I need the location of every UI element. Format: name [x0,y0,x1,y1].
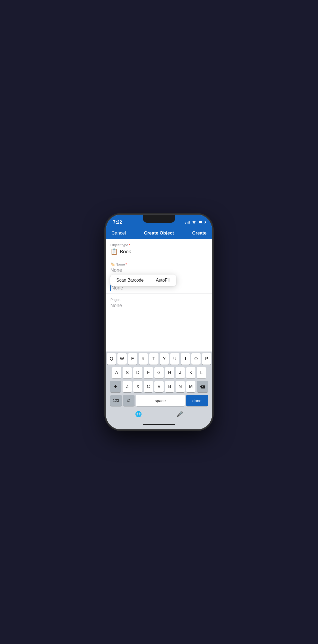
key-a[interactable]: A [112,367,121,378]
key-h[interactable]: H [165,367,174,378]
context-menu: Scan Barcode AutoFill [110,275,176,286]
key-o[interactable]: O [191,353,201,365]
key-d[interactable]: D [133,367,142,378]
keyboard-row-3: Z X C V B N M [107,381,211,392]
key-k[interactable]: K [186,367,195,378]
phone-frame: 7:22 Cancel Cr [106,215,212,429]
key-f[interactable]: F [144,367,153,378]
space-key[interactable]: space [136,395,185,406]
keyboard-row-1: Q W E R T Y U I O P [107,353,211,365]
status-time: 7:22 [113,220,122,225]
barcode-input[interactable]: None [110,285,208,291]
text-cursor [110,285,111,291]
phone-screen: 7:22 Cancel Cr [106,215,212,429]
keyboard: Q W E R T Y U I O P A S D F G H J K [106,352,212,429]
key-b[interactable]: B [165,381,174,392]
wifi-icon [192,220,196,224]
microphone-icon[interactable]: 🎤 [176,411,183,417]
done-key[interactable]: done [186,395,208,406]
object-type-section: Object type* 📋 Book [106,239,212,258]
pages-section[interactable]: Pages None [106,294,212,319]
key-s[interactable]: S [123,367,132,378]
key-t[interactable]: T [149,353,158,365]
key-l[interactable]: L [197,367,206,378]
key-z[interactable]: Z [123,381,132,392]
create-button[interactable]: Create [192,230,207,236]
key-u[interactable]: U [170,353,179,365]
pages-input[interactable]: None [110,303,208,309]
key-x[interactable]: X [133,381,142,392]
numbers-key[interactable]: 123 [110,395,122,406]
globe-icon[interactable]: 🌐 [135,411,142,417]
scan-barcode-button[interactable]: Scan Barcode [110,275,150,286]
pages-label: Pages [110,298,208,302]
key-r[interactable]: R [139,353,148,365]
object-type-label: Object type* [110,243,208,247]
form-area: Object type* 📋 Book 🏷️ Name* None Scan B… [106,239,212,352]
keyboard-row-2: A S D F G H J K L [107,367,211,378]
name-label: 🏷️ Name* [110,262,208,266]
key-c[interactable]: C [144,381,153,392]
autofill-button[interactable]: AutoFill [150,275,176,286]
key-w[interactable]: W [117,353,127,365]
keyboard-row-4: 123 ☺ space done [107,395,211,406]
delete-key[interactable] [197,381,208,392]
tag-icon: 🏷️ [110,262,115,266]
key-g[interactable]: G [154,367,164,378]
notch [143,215,175,223]
emoji-key[interactable]: ☺ [123,395,135,406]
book-icon: 📋 [110,248,118,255]
status-icons [185,220,205,224]
key-e[interactable]: E [128,353,137,365]
name-section[interactable]: 🏷️ Name* None [106,258,212,276]
name-input[interactable]: None [110,267,208,273]
key-v[interactable]: V [154,381,164,392]
cancel-button[interactable]: Cancel [111,230,126,236]
signal-icon [185,221,190,224]
key-y[interactable]: Y [160,353,169,365]
object-type-value[interactable]: 📋 Book [110,248,208,255]
home-bar [143,424,175,425]
key-j[interactable]: J [176,367,185,378]
bottom-bar: 🌐 🎤 [107,409,211,422]
key-i[interactable]: I [181,353,190,365]
home-indicator [107,422,211,428]
key-p[interactable]: P [202,353,211,365]
battery-icon [198,221,205,224]
page-title: Create Object [144,230,174,236]
key-q[interactable]: Q [107,353,116,365]
key-n[interactable]: N [176,381,185,392]
nav-bar: Cancel Create Object Create [106,228,212,239]
key-m[interactable]: M [186,381,195,392]
shift-key[interactable] [110,381,121,392]
